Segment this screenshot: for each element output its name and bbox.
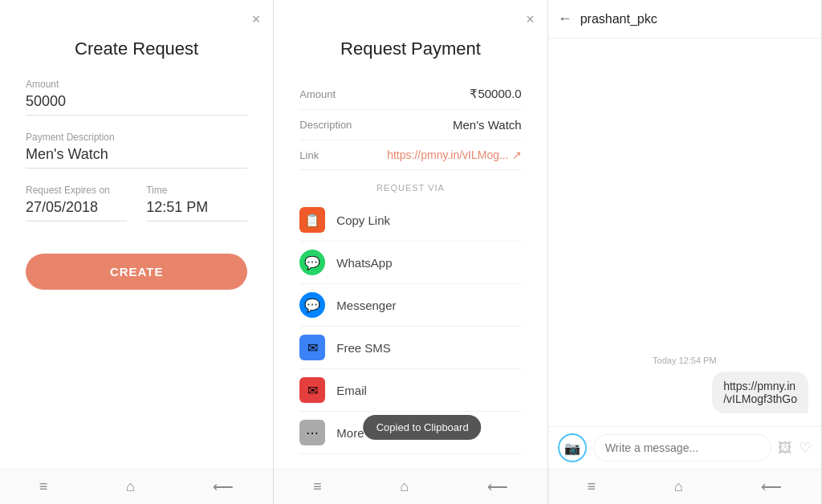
home-icon-panel1[interactable]: ⌂ bbox=[126, 478, 135, 495]
share-option-copy[interactable]: 📋Copy Link bbox=[299, 199, 521, 242]
amount-label: Amount bbox=[26, 79, 247, 90]
amount-detail-value: ₹50000.0 bbox=[470, 87, 521, 101]
back-arrow-panel3[interactable]: ← bbox=[558, 10, 572, 27]
description-detail-value: Men's Watch bbox=[453, 118, 522, 132]
panel1-content: Create Request Amount 50000 Payment Desc… bbox=[0, 39, 273, 469]
time-label: Time bbox=[146, 185, 247, 196]
home-icon-panel3[interactable]: ⌂ bbox=[674, 478, 683, 495]
panel2-bottom-nav: ≡ ⌂ ⟵ bbox=[274, 469, 547, 504]
description-detail-label: Description bbox=[299, 119, 352, 131]
clipboard-toast: Copied to Clipboard bbox=[364, 415, 482, 440]
chat-message-bubble: https://pmny.in /vILMogf3thGo bbox=[712, 372, 808, 413]
panel1-bottom-nav: ≡ ⌂ ⟵ bbox=[0, 469, 273, 504]
menu-icon-panel3[interactable]: ≡ bbox=[587, 478, 596, 495]
messenger-icon: 💬 bbox=[299, 292, 325, 318]
chat-input-bar: 📷 🖼 ♡ bbox=[548, 426, 821, 469]
sms-label: Free SMS bbox=[336, 341, 391, 355]
panel2-content: Request Payment Amount ₹50000.0 Descript… bbox=[274, 39, 547, 469]
copy-label: Copy Link bbox=[336, 213, 390, 227]
chat-timestamp: Today 12:54 PM bbox=[561, 356, 808, 365]
back-icon-panel2[interactable]: ⟵ bbox=[487, 478, 508, 496]
create-request-panel: × Create Request Amount 50000 Payment De… bbox=[0, 0, 274, 504]
amount-value[interactable]: 50000 bbox=[26, 93, 247, 116]
amount-field-group: Amount 50000 bbox=[26, 79, 247, 116]
payment-link[interactable]: https://pmny.in/vILMog... ↗ bbox=[387, 148, 521, 161]
amount-row: Amount ₹50000.0 bbox=[299, 79, 521, 110]
camera-icon: 📷 bbox=[564, 441, 580, 456]
back-icon-panel3[interactable]: ⟵ bbox=[761, 478, 782, 496]
panel3-bottom-nav: ≡ ⌂ ⟵ bbox=[548, 469, 821, 504]
more-label: More bbox=[336, 426, 364, 440]
panel1-nav: × bbox=[0, 0, 273, 39]
chat-body: Today 12:54 PM https://pmny.in /vILMogf3… bbox=[548, 39, 821, 426]
menu-icon-panel1[interactable]: ≡ bbox=[39, 478, 48, 495]
back-icon-panel1[interactable]: ⟵ bbox=[213, 478, 234, 496]
close-button-panel1[interactable]: × bbox=[252, 12, 261, 26]
time-field-group: Time 12:51 PM bbox=[146, 185, 247, 222]
email-label: Email bbox=[336, 384, 367, 397]
description-field-group: Payment Description Men's Watch bbox=[26, 132, 247, 169]
share-option-email[interactable]: ✉Email bbox=[299, 369, 521, 412]
panel2-title: Request Payment bbox=[299, 39, 521, 59]
message-input[interactable] bbox=[593, 434, 771, 461]
request-payment-panel: × Request Payment Amount ₹50000.0 Descri… bbox=[274, 0, 547, 504]
share-option-messenger[interactable]: 💬Messenger bbox=[299, 284, 521, 327]
panel3-nav: ← prashant_pkc bbox=[548, 0, 821, 39]
menu-icon-panel2[interactable]: ≡ bbox=[313, 478, 322, 495]
panel2-nav: × bbox=[274, 0, 547, 39]
expires-field-group: Request Expires on 27/05/2018 bbox=[26, 185, 127, 222]
create-button[interactable]: CREATE bbox=[26, 254, 247, 290]
share-option-whatsapp[interactable]: 💬WhatsApp bbox=[299, 242, 521, 284]
whatsapp-icon: 💬 bbox=[299, 250, 325, 275]
description-row: Description Men's Watch bbox=[299, 110, 521, 140]
description-value[interactable]: Men's Watch bbox=[26, 146, 247, 169]
share-option-sms[interactable]: ✉Free SMS bbox=[299, 327, 521, 369]
time-value[interactable]: 12:51 PM bbox=[146, 199, 247, 222]
whatsapp-label: WhatsApp bbox=[336, 256, 392, 270]
copy-icon: 📋 bbox=[299, 207, 325, 233]
home-icon-panel2[interactable]: ⌂ bbox=[400, 478, 409, 495]
expires-row: Request Expires on 27/05/2018 Time 12:51… bbox=[26, 185, 247, 238]
link-row: Link https://pmny.in/vILMog... ↗ bbox=[299, 140, 521, 170]
request-via-label: REQUEST VIA bbox=[299, 183, 521, 193]
expires-label: Request Expires on bbox=[26, 185, 127, 196]
panel1-title: Create Request bbox=[26, 39, 247, 59]
chat-username: prashant_pkc bbox=[580, 12, 657, 26]
external-link-icon: ↗ bbox=[512, 148, 522, 161]
messenger-label: Messenger bbox=[336, 299, 396, 312]
heart-icon[interactable]: ♡ bbox=[799, 439, 812, 457]
expires-value[interactable]: 27/05/2018 bbox=[26, 199, 127, 222]
sms-icon: ✉ bbox=[299, 335, 325, 360]
camera-button[interactable]: 📷 bbox=[558, 433, 587, 462]
email-icon: ✉ bbox=[299, 377, 325, 403]
link-detail-label: Link bbox=[299, 149, 319, 161]
image-icon[interactable]: 🖼 bbox=[778, 440, 792, 457]
chat-panel: ← prashant_pkc Today 12:54 PM https://pm… bbox=[548, 0, 822, 504]
description-label: Payment Description bbox=[26, 132, 247, 143]
amount-detail-label: Amount bbox=[299, 88, 336, 100]
close-button-panel2[interactable]: × bbox=[526, 12, 535, 26]
more-icon: ⋯ bbox=[299, 420, 325, 445]
